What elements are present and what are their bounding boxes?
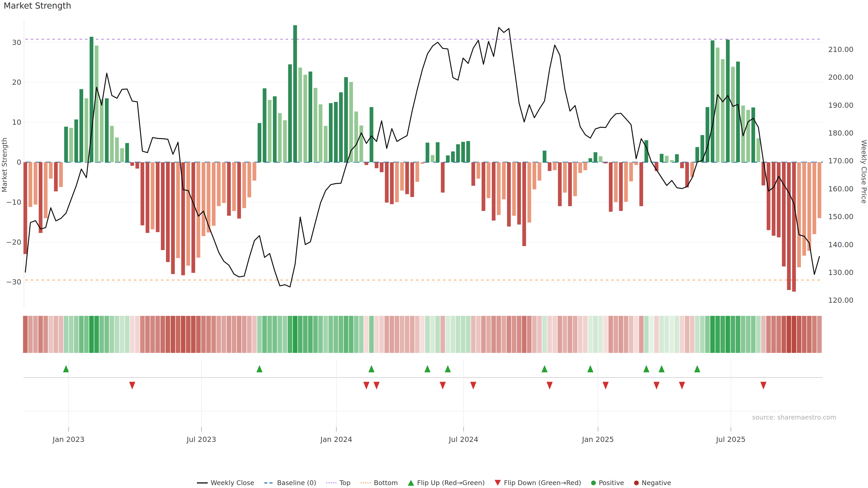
top-dotted-icon	[326, 482, 337, 483]
strength-bar-week-137	[721, 59, 725, 162]
heatmap-cell-week-107	[568, 316, 572, 353]
strength-bar-week-43	[242, 162, 246, 208]
x-tick-label: Jan 2024	[320, 435, 352, 444]
strength-bar-week-70	[380, 162, 383, 172]
flip-down-marker	[547, 382, 553, 390]
left-tick-label: 30	[12, 38, 21, 47]
strength-bar-week-146	[767, 162, 771, 230]
heatmap-cell-week-51	[283, 316, 287, 353]
legend-item-weekly-close[interactable]: Weekly Close	[197, 479, 254, 487]
strength-bar-week-60	[329, 103, 333, 162]
strength-bar-week-138	[726, 39, 730, 162]
heatmap-cell-week-149	[781, 316, 786, 353]
weekly-close-line-icon	[197, 482, 208, 484]
heatmap-cell-week-1	[28, 316, 33, 353]
strength-bar-week-105	[558, 162, 562, 206]
strength-bar-week-116	[614, 162, 618, 202]
strength-bar-week-77	[415, 162, 419, 182]
legend-item-top[interactable]: Top	[326, 479, 350, 487]
heatmap-cell-week-13	[89, 316, 94, 353]
right-tick-label: 190.00	[828, 101, 854, 109]
heatmap-cell-week-46	[257, 316, 262, 353]
strength-bar-week-132	[695, 147, 699, 162]
heatmap-cell-week-72	[390, 316, 394, 353]
heatmap-cell-week-90	[481, 316, 486, 353]
heatmap-cell-week-108	[573, 316, 577, 353]
heatmap-cell-week-54	[298, 316, 303, 353]
strength-bar-week-128	[675, 154, 679, 162]
heatmap-cell-week-104	[553, 316, 557, 353]
strength-bar-week-78	[421, 162, 424, 164]
strength-bar-week-149	[782, 162, 786, 266]
heatmap-cell-week-148	[776, 316, 781, 353]
legend-item-bottom[interactable]: Bottom	[361, 479, 398, 487]
heatmap-cell-week-77	[415, 316, 420, 353]
heatmap-cell-week-44	[247, 316, 252, 353]
heatmap-cell-week-58	[318, 316, 323, 353]
legend-item-flip-up[interactable]: Flip Up (Red→Green)	[408, 479, 485, 487]
strength-bar-week-110	[583, 162, 587, 170]
right-tick-label: 150.00	[828, 213, 854, 221]
heatmap-cell-week-65	[354, 316, 359, 353]
heatmap-cell-week-30	[176, 316, 180, 353]
heatmap-cell-week-84	[451, 316, 455, 353]
strength-bar-week-34	[196, 162, 200, 258]
strength-bar-week-55	[303, 75, 307, 162]
positive-dot-icon	[591, 481, 596, 485]
legend-item-flip-down[interactable]: Flip Down (Green→Red)	[495, 479, 581, 487]
negative-dot-icon	[634, 481, 639, 485]
legend-item-negative[interactable]: Negative	[634, 479, 671, 487]
strength-bar-week-5	[49, 162, 53, 178]
flip-up-marker	[587, 365, 593, 372]
strength-bar-week-155	[812, 162, 816, 234]
heatmap-cell-week-79	[425, 316, 430, 353]
heatmap-cell-week-93	[496, 316, 501, 353]
heatmap-cell-week-97	[517, 316, 521, 353]
heatmap-cell-week-25	[150, 316, 155, 353]
strength-bar-week-145	[762, 162, 765, 186]
strength-bar-week-26	[156, 162, 160, 232]
strength-bar-week-15	[100, 99, 104, 162]
strength-bar-week-76	[410, 162, 414, 197]
flip-up-marker	[256, 365, 262, 372]
heatmap-cell-week-122	[644, 316, 649, 353]
heatmap-cell-week-8	[64, 316, 68, 353]
heatmap-cell-week-22	[135, 316, 140, 353]
legend-label: Flip Down (Green→Red)	[504, 479, 581, 487]
heatmap-cell-week-38	[217, 316, 221, 353]
strength-bar-week-79	[426, 142, 430, 162]
heatmap-cell-week-86	[461, 316, 465, 353]
heatmap-cell-week-53	[293, 316, 297, 353]
heatmap-cell-week-103	[547, 316, 552, 353]
x-tick-label: Jul 2023	[186, 435, 216, 444]
strength-bar-week-113	[599, 156, 602, 162]
strength-bar-week-59	[324, 126, 328, 162]
heatmap-cell-week-56	[308, 316, 313, 353]
strength-bar-week-66	[360, 125, 363, 162]
strength-bar-week-20	[125, 143, 129, 162]
flip-up-marker	[541, 365, 548, 372]
heatmap-cell-week-26	[155, 316, 160, 353]
heatmap-cell-week-134	[705, 316, 710, 353]
strength-bar-week-121	[640, 162, 643, 206]
heatmap-cell-week-139	[731, 316, 735, 353]
left-axis-title: Market Strength	[0, 138, 8, 192]
left-tick-label: 10	[12, 118, 21, 127]
strength-bar-week-33	[191, 162, 195, 273]
heatmap-cell-week-136	[715, 316, 720, 353]
legend-item-positive[interactable]: Positive	[591, 479, 624, 487]
strength-bar-week-57	[313, 88, 317, 162]
left-tick-label: −30	[6, 278, 21, 286]
heatmap-cell-week-11	[79, 316, 84, 353]
heatmap-cell-week-43	[242, 316, 246, 353]
heatmap-cell-week-6	[54, 316, 58, 353]
baseline-dash-icon	[264, 482, 274, 484]
heatmap-cell-week-7	[59, 316, 63, 353]
heatmap-cell-week-21	[130, 316, 134, 353]
flip-up-triangle-icon	[408, 480, 414, 486]
legend-label: Negative	[642, 479, 671, 487]
heatmap-cell-week-29	[170, 316, 175, 353]
heatmap-cell-week-143	[751, 316, 755, 353]
heatmap-cell-week-152	[797, 316, 801, 353]
legend-item-baseline[interactable]: Baseline (0)	[264, 479, 316, 487]
